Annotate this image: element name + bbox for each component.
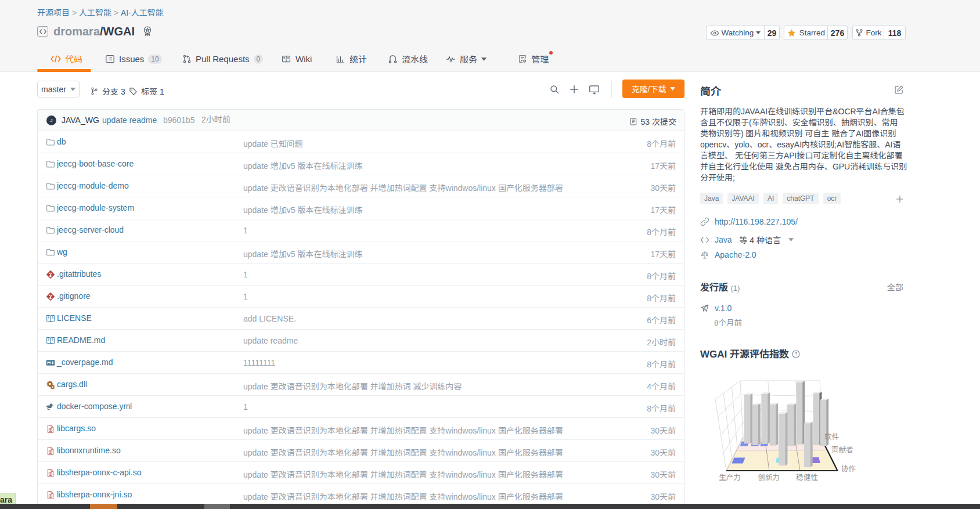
- svg-text:创新力: 创新力: [758, 473, 780, 482]
- svg-text:生产力: 生产力: [719, 474, 741, 482]
- svg-text:软件: 软件: [824, 432, 840, 441]
- svg-text:稳健性: 稳健性: [796, 474, 818, 482]
- svg-text:贡献者: 贡献者: [831, 446, 853, 454]
- svg-text:协作: 协作: [841, 465, 856, 473]
